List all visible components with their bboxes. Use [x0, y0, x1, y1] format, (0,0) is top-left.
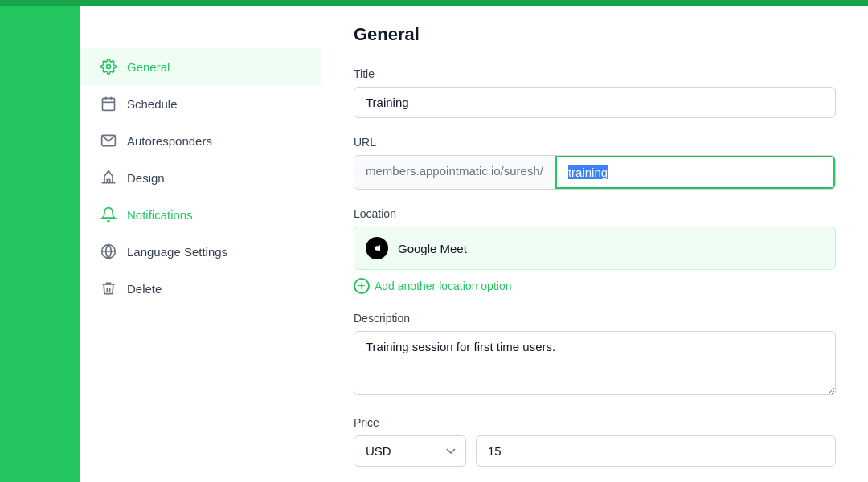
description-field-group: Description Training session for first t… [354, 312, 836, 398]
svg-point-0 [107, 65, 111, 69]
page-title: General [354, 24, 836, 45]
price-label: Price [354, 416, 836, 429]
sidebar-item-notifications[interactable]: Notifications [80, 196, 321, 233]
add-location-button[interactable]: + Add another location option [354, 278, 511, 294]
location-name: Google Meet [398, 242, 467, 255]
sidebar-item-delete[interactable]: Delete [80, 270, 321, 307]
title-input[interactable] [354, 87, 836, 118]
mail-icon [100, 132, 117, 149]
gear-icon [100, 58, 117, 76]
sidebar-item-schedule[interactable]: Schedule [80, 85, 321, 122]
url-prefix: members.appointmatic.io/suresh/ [354, 156, 555, 189]
location-field-group: Location Google Meet + Add another locat… [354, 207, 836, 294]
design-icon [100, 169, 117, 186]
add-location-label: Add another location option [375, 280, 511, 292]
url-field-group: URL members.appointmatic.io/suresh/ [354, 136, 836, 190]
bell-icon [100, 206, 117, 223]
url-label: URL [354, 136, 836, 149]
sidebar-item-general[interactable]: General [80, 48, 321, 85]
price-field-group: Price USD EUR GBP AUD CAD [354, 416, 836, 467]
location-item[interactable]: Google Meet [354, 227, 836, 270]
price-row: USD EUR GBP AUD CAD [354, 435, 836, 467]
sidebar-item-schedule-label: Schedule [127, 97, 178, 111]
sidebar-item-design[interactable]: Design [80, 159, 321, 196]
calendar-icon [100, 95, 117, 112]
title-field-group: Title [354, 67, 836, 118]
sidebar-item-design-label: Design [127, 171, 165, 185]
plus-circle-icon: + [354, 278, 370, 294]
currency-select[interactable]: USD EUR GBP AUD CAD [354, 435, 466, 467]
title-label: Title [354, 67, 836, 80]
svg-rect-1 [103, 98, 115, 110]
left-green-panel [0, 0, 80, 482]
sidebar-item-autoresponders-label: Autoresponders [127, 134, 212, 148]
google-meet-icon [366, 237, 388, 259]
sidebar-item-language-settings[interactable]: Language Settings [80, 233, 321, 270]
sidebar-item-delete-label: Delete [127, 282, 162, 296]
sidebar: General Schedule Autoresponders [80, 0, 321, 482]
top-bar [0, 0, 868, 6]
sidebar-item-autoresponders[interactable]: Autoresponders [80, 122, 321, 159]
globe-icon [100, 243, 117, 260]
description-label: Description [354, 312, 836, 325]
trash-icon [100, 280, 117, 297]
location-label: Location [354, 207, 836, 220]
price-input[interactable] [476, 435, 836, 467]
url-container: members.appointmatic.io/suresh/ [354, 155, 836, 190]
sidebar-item-general-label: General [127, 60, 170, 74]
description-textarea[interactable]: Training session for first time users. [354, 331, 836, 395]
sidebar-item-language-settings-label: Language Settings [127, 245, 227, 259]
url-suffix-input[interactable] [555, 156, 835, 189]
sidebar-item-notifications-label: Notifications [127, 208, 193, 222]
main-content: General Title URL members.appointmatic.i… [321, 0, 868, 482]
